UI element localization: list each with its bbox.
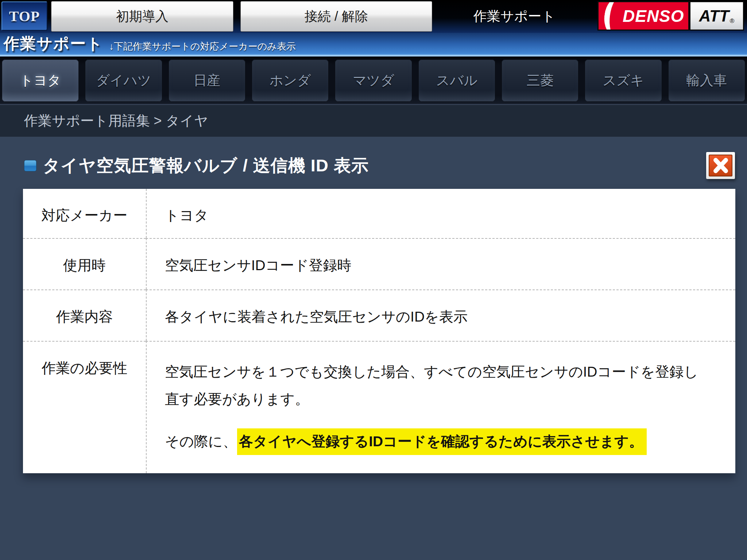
- page-title: タイヤ空気圧警報バルブ / 送信機 ID 表示: [43, 154, 706, 177]
- att-logo-text: ATT: [699, 7, 729, 25]
- spec-table: 対応メーカー トヨタ 使用時 空気圧センサIDコード登録時 作業内容 各タイヤに…: [23, 189, 735, 473]
- spec-row-label: 対応メーカー: [23, 189, 146, 238]
- att-logo: ATT ®: [689, 1, 744, 31]
- necessity-note-highlight: 各タイヤへ登録するIDコードを確認するために表示させます。: [237, 428, 647, 455]
- denso-swoosh-icon: [602, 1, 635, 31]
- spec-row-value: 空気圧センサを１つでも交換した場合、すべての空気圧センサのIDコードを登録し直す…: [146, 341, 735, 473]
- maker-tab-toyota[interactable]: トヨタ: [2, 59, 79, 102]
- close-icon: [709, 155, 732, 176]
- section-note: ↓下記作業サポートの対応メーカーのみ表示: [109, 40, 296, 53]
- top-bar: TOP 初期導入 接続 / 解除 作業サポート DENSO ATT ®: [0, 0, 747, 33]
- maker-tab-suzuki[interactable]: スズキ: [585, 59, 662, 102]
- maker-tab-daihatsu[interactable]: ダイハツ: [85, 59, 162, 102]
- detail-header: タイヤ空気圧警報バルブ / 送信機 ID 表示: [24, 152, 735, 179]
- necessity-note: その際に、各タイヤへ登録するIDコードを確認するために表示させます。: [165, 434, 702, 448]
- maker-tab-imported[interactable]: 輸入車: [668, 59, 745, 102]
- maker-tab-subaru[interactable]: スバル: [418, 59, 495, 102]
- spec-row-label: 使用時: [23, 238, 146, 289]
- maker-tab-mazda[interactable]: マツダ: [335, 59, 412, 102]
- title-bullet-icon: [24, 160, 36, 171]
- spec-row-value: 空気圧センサIDコード登録時: [146, 238, 735, 289]
- section-header-bar: 作業サポート ↓下記作業サポートの対応メーカーのみ表示: [0, 33, 747, 57]
- maker-tab-honda[interactable]: ホンダ: [252, 59, 329, 102]
- maker-tab-mitsubishi[interactable]: 三菱: [502, 59, 578, 102]
- denso-logo: DENSO: [597, 1, 689, 31]
- spec-row-label: 作業の必要性: [23, 341, 146, 473]
- att-registered-mark: ®: [730, 18, 735, 25]
- tab-connect-disconnect[interactable]: 接続 / 解除: [240, 1, 432, 32]
- tab-work-support[interactable]: 作業サポート: [432, 0, 596, 33]
- necessity-text: 空気圧センサを１つでも交換した場合、すべての空気圧センサのIDコードを登録し直す…: [165, 358, 702, 413]
- spec-row-label: 作業内容: [23, 289, 146, 341]
- breadcrumb[interactable]: 作業サポート用語集 > タイヤ: [0, 104, 747, 137]
- necessity-note-prefix: その際に、: [165, 433, 237, 449]
- maker-tab-row: トヨタ ダイハツ 日産 ホンダ マツダ スバル 三菱 スズキ 輸入車: [0, 57, 747, 104]
- spec-row-value: トヨタ: [146, 189, 735, 238]
- section-title: 作業サポート: [4, 33, 103, 54]
- main-content: タイヤ空気圧警報バルブ / 送信機 ID 表示 対応メーカー トヨタ 使用時 空…: [0, 152, 747, 560]
- top-button[interactable]: TOP: [1, 1, 47, 31]
- maker-tab-nissan[interactable]: 日産: [169, 59, 245, 102]
- spec-row-value: 各タイヤに装着された空気圧センサのIDを表示: [146, 289, 735, 341]
- close-button[interactable]: [706, 152, 735, 179]
- tab-initial-setup[interactable]: 初期導入: [51, 1, 233, 32]
